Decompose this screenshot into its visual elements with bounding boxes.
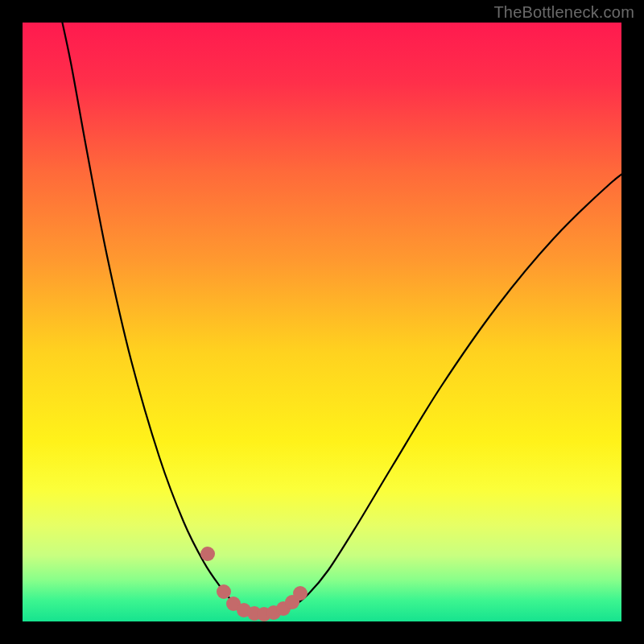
chart-svg (23, 23, 621, 621)
minimum-dot (217, 584, 231, 599)
chart-frame (23, 23, 621, 621)
minimum-dot (293, 586, 308, 601)
watermark-text: TheBottleneck.com (493, 3, 634, 22)
bottleneck-curve (59, 23, 621, 615)
minimum-dot (200, 547, 215, 561)
minimum-marker-dots (200, 547, 308, 621)
